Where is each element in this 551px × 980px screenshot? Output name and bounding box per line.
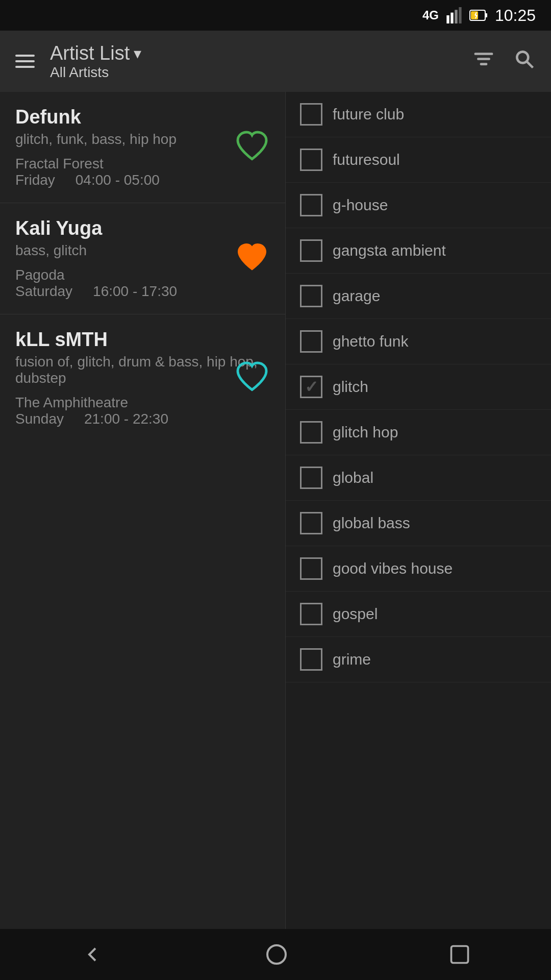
battery-icon bbox=[469, 8, 488, 22]
main-content: Defunk glitch, funk, bass, hip hop Fract… bbox=[0, 92, 551, 929]
artist-name: Defunk bbox=[15, 106, 270, 128]
title-main[interactable]: Artist List ▾ bbox=[50, 42, 457, 64]
filter-checkbox-future-club[interactable] bbox=[300, 103, 322, 126]
filter-item-g-house[interactable]: g-house bbox=[286, 183, 551, 228]
filter-checkbox-grime[interactable] bbox=[300, 648, 322, 671]
svg-point-13 bbox=[517, 52, 528, 63]
svg-rect-3 bbox=[459, 7, 461, 23]
app-bar-title: Artist List ▾ All Artists bbox=[50, 42, 457, 81]
status-bar: 4G 10:25 bbox=[0, 0, 551, 31]
filter-checkbox-gangsta-ambient[interactable] bbox=[300, 239, 322, 262]
time-display: 10:25 bbox=[495, 6, 536, 25]
filter-item-ghetto-funk[interactable]: ghetto funk bbox=[286, 319, 551, 364]
artist-schedule: Friday 04:00 - 05:00 bbox=[15, 172, 270, 188]
svg-point-15 bbox=[267, 945, 286, 964]
artist-time: 21:00 - 22:30 bbox=[84, 411, 168, 427]
title-subtitle: All Artists bbox=[50, 64, 457, 81]
artist-time: 16:00 - 17:30 bbox=[93, 283, 177, 300]
artist-venue: Fractal Forest bbox=[15, 156, 270, 172]
artist-item-defunk[interactable]: Defunk glitch, funk, bass, hip hop Fract… bbox=[0, 92, 285, 203]
filter-checkbox-garage[interactable] bbox=[300, 285, 322, 307]
favorite-button-kali-yuga[interactable] bbox=[234, 240, 270, 278]
filter-checkbox-glitch[interactable]: ✓ bbox=[300, 376, 322, 398]
filter-item-good-vibes-house[interactable]: good vibes house bbox=[286, 546, 551, 592]
filter-item-glitch-hop[interactable]: glitch hop bbox=[286, 410, 551, 455]
back-button[interactable] bbox=[80, 942, 105, 967]
artist-name: Kali Yuga bbox=[15, 217, 270, 239]
svg-rect-10 bbox=[474, 53, 493, 55]
app-bar-actions bbox=[472, 48, 536, 75]
artist-day: Friday bbox=[15, 172, 55, 188]
artist-item-kali-yuga[interactable]: Kali Yuga bass, glitch Pagoda Saturday 1… bbox=[0, 203, 285, 314]
artist-schedule: Sunday 21:00 - 22:30 bbox=[15, 411, 270, 427]
svg-line-14 bbox=[527, 61, 533, 67]
filter-checkbox-g-house[interactable] bbox=[300, 194, 322, 216]
svg-rect-1 bbox=[450, 13, 453, 23]
svg-rect-0 bbox=[446, 15, 449, 23]
filter-label: global bbox=[333, 469, 373, 486]
artist-time: 04:00 - 05:00 bbox=[76, 172, 160, 188]
filter-label: g-house bbox=[333, 197, 388, 214]
menu-button[interactable] bbox=[15, 55, 35, 68]
svg-rect-5 bbox=[485, 13, 487, 17]
filter-item-future-club[interactable]: future club bbox=[286, 92, 551, 137]
filter-label: ghetto funk bbox=[333, 333, 408, 350]
filter-item-global[interactable]: global bbox=[286, 455, 551, 501]
filter-label: gangsta ambient bbox=[333, 242, 446, 259]
filter-item-glitch[interactable]: ✓ glitch bbox=[286, 364, 551, 410]
filter-checkbox-futuresoul[interactable] bbox=[300, 149, 322, 171]
svg-rect-16 bbox=[452, 946, 468, 963]
filter-checkbox-good-vibes-house[interactable] bbox=[300, 557, 322, 580]
artist-schedule: Saturday 16:00 - 17:30 bbox=[15, 283, 270, 300]
filter-checkbox-global[interactable] bbox=[300, 467, 322, 489]
status-icons: 4G 10:25 bbox=[422, 6, 536, 25]
filter-list: future club futuresoul g-house gangsta a… bbox=[286, 92, 551, 929]
artist-day: Saturday bbox=[15, 283, 72, 300]
filter-label: glitch hop bbox=[333, 424, 398, 441]
filter-label: global bass bbox=[333, 514, 410, 532]
svg-rect-12 bbox=[480, 63, 488, 65]
filter-checkbox-glitch-hop[interactable] bbox=[300, 421, 322, 444]
search-button[interactable] bbox=[513, 48, 536, 75]
artist-item-kll-smth[interactable]: kLL sMTH fusion of, glitch, drum & bass,… bbox=[0, 314, 285, 442]
filter-label: future club bbox=[333, 106, 404, 123]
filter-item-gospel[interactable]: gospel bbox=[286, 592, 551, 637]
filter-item-grime[interactable]: grime bbox=[286, 637, 551, 682]
filter-label: futuresoul bbox=[333, 151, 400, 168]
filter-item-garage[interactable]: garage bbox=[286, 274, 551, 319]
artist-venue: Pagoda bbox=[15, 267, 270, 283]
filter-label: good vibes house bbox=[333, 560, 453, 577]
artist-genres: bass, glitch bbox=[15, 242, 270, 259]
filter-item-global-bass[interactable]: global bass bbox=[286, 501, 551, 546]
filter-button[interactable] bbox=[472, 48, 495, 75]
signal-icon bbox=[446, 7, 462, 23]
favorite-button-kll-smth[interactable] bbox=[234, 359, 270, 397]
network-indicator: 4G bbox=[422, 8, 439, 22]
dropdown-arrow-icon: ▾ bbox=[134, 44, 141, 62]
filter-item-futuresoul[interactable]: futuresoul bbox=[286, 137, 551, 183]
filter-item-gangsta-ambient[interactable]: gangsta ambient bbox=[286, 228, 551, 274]
home-button[interactable] bbox=[264, 942, 289, 967]
svg-rect-11 bbox=[477, 58, 490, 60]
artist-day: Sunday bbox=[15, 411, 64, 427]
artist-venue: The Amphitheatre bbox=[15, 395, 270, 411]
svg-rect-2 bbox=[455, 10, 457, 23]
filter-label: garage bbox=[333, 287, 380, 305]
artist-genres: fusion of, glitch, drum & bass, hip hop,… bbox=[15, 354, 270, 386]
filter-checkbox-global-bass[interactable] bbox=[300, 512, 322, 534]
app-bar: Artist List ▾ All Artists bbox=[0, 31, 551, 92]
filter-label: gospel bbox=[333, 605, 378, 623]
filter-label: glitch bbox=[333, 378, 368, 396]
filter-checkbox-gospel[interactable] bbox=[300, 603, 322, 625]
recent-apps-button[interactable] bbox=[448, 943, 471, 966]
artist-list: Defunk glitch, funk, bass, hip hop Fract… bbox=[0, 92, 286, 929]
checkmark-icon: ✓ bbox=[305, 377, 318, 397]
nav-bar bbox=[0, 929, 551, 980]
artist-genres: glitch, funk, bass, hip hop bbox=[15, 131, 270, 148]
filter-checkbox-ghetto-funk[interactable] bbox=[300, 330, 322, 353]
favorite-button-defunk[interactable] bbox=[234, 129, 270, 166]
filter-label: grime bbox=[333, 651, 371, 668]
artist-name: kLL sMTH bbox=[15, 329, 270, 351]
